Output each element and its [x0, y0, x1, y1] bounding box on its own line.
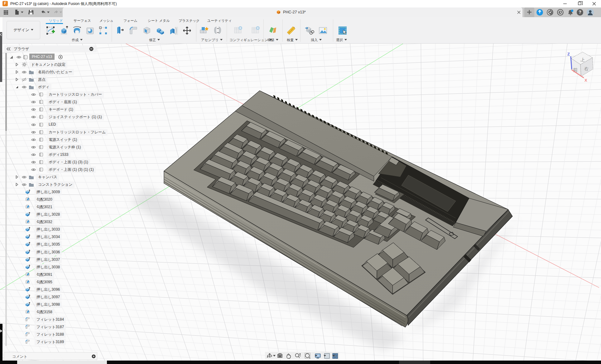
- svg-text:X: X: [584, 78, 587, 83]
- svg-text:上: 上: [580, 57, 585, 63]
- svg-text:Z: Z: [567, 52, 570, 56]
